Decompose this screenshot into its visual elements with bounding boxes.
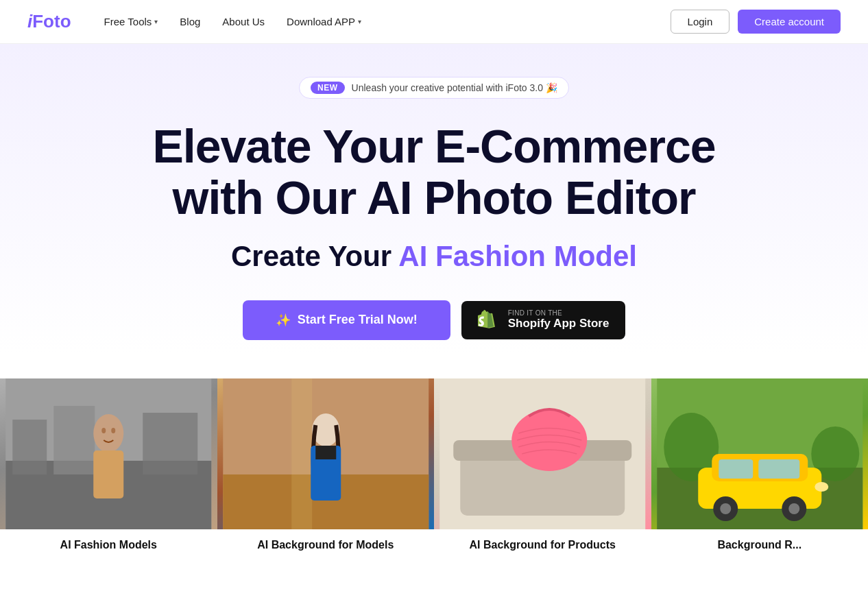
svg-point-7: [101, 428, 106, 433]
card-label-fashion: AI Fashion Models: [0, 529, 217, 559]
login-button[interactable]: Login: [671, 10, 730, 34]
card-image-bg-products: [434, 378, 651, 529]
hero-title: Elevate Your E-Commerce with Our AI Phot…: [152, 121, 715, 224]
svg-rect-4: [143, 413, 197, 474]
card-image-bg-remove: [651, 378, 869, 529]
svg-point-29: [720, 503, 731, 514]
hero-highlight-text: AI Fashion Model: [398, 240, 637, 272]
sparkle-icon: ✨: [276, 313, 291, 328]
svg-rect-26: [758, 459, 799, 479]
shopify-text: FIND IT ON THE Shopify App Store: [508, 309, 610, 330]
hero-section: NEW Unleash your creative potential with…: [0, 44, 868, 559]
card-image-fashion: [0, 378, 217, 529]
shopify-icon: [478, 309, 500, 331]
card-image-bg-models: [217, 378, 435, 529]
svg-rect-0: [5, 378, 211, 529]
navbar: iFoto Free Tools ▾ Blog About Us Downloa…: [0, 0, 868, 44]
chevron-down-icon: ▾: [358, 18, 361, 25]
nav-links: Free Tools ▾ Blog About Us Download APP …: [104, 16, 671, 27]
nav-actions: Login Create account: [671, 10, 841, 34]
badge-text: Unleash your creative potential with iFo…: [352, 82, 557, 93]
card-label-bg-products: AI Background for Products: [434, 529, 651, 559]
shopify-button[interactable]: FIND IT ON THE Shopify App Store: [461, 301, 626, 339]
card-label-bg-remove: Background R...: [651, 529, 869, 559]
svg-rect-1: [5, 461, 211, 529]
card-bg-products[interactable]: AI Background for Products: [434, 378, 651, 559]
svg-point-30: [788, 503, 799, 514]
create-account-button[interactable]: Create account: [738, 10, 841, 34]
svg-rect-2: [12, 420, 47, 474]
svg-point-18: [511, 409, 587, 471]
hero-buttons: ✨ Start Free Trial Now! FIND IT ON THE S…: [243, 300, 626, 340]
hero-subtitle: Create Your AI Fashion Model: [231, 240, 637, 273]
new-badge-label: NEW: [311, 82, 345, 94]
logo[interactable]: iFoto: [27, 11, 71, 32]
svg-rect-14: [315, 446, 336, 459]
svg-point-8: [111, 428, 115, 433]
cards-section: AI Fashion Models: [0, 378, 868, 559]
svg-rect-6: [93, 450, 123, 498]
svg-rect-11: [291, 378, 312, 529]
svg-rect-25: [719, 459, 753, 479]
card-label-bg-models: AI Background for Models: [217, 529, 435, 559]
start-trial-button[interactable]: ✨ Start Free Trial Now!: [243, 300, 450, 340]
card-fashion-models[interactable]: AI Fashion Models: [0, 378, 217, 559]
new-badge: NEW Unleash your creative potential with…: [299, 77, 569, 99]
nav-free-tools[interactable]: Free Tools ▾: [104, 16, 158, 27]
nav-blog[interactable]: Blog: [180, 16, 200, 27]
chevron-down-icon: ▾: [154, 18, 158, 25]
card-bg-remove[interactable]: Background R...: [651, 378, 869, 559]
card-bg-models[interactable]: AI Background for Models: [217, 378, 435, 559]
svg-point-31: [815, 482, 828, 492]
nav-about-us[interactable]: About Us: [222, 16, 265, 27]
svg-rect-3: [53, 406, 95, 474]
svg-point-5: [93, 414, 123, 453]
nav-download-app[interactable]: Download APP ▾: [287, 16, 361, 27]
